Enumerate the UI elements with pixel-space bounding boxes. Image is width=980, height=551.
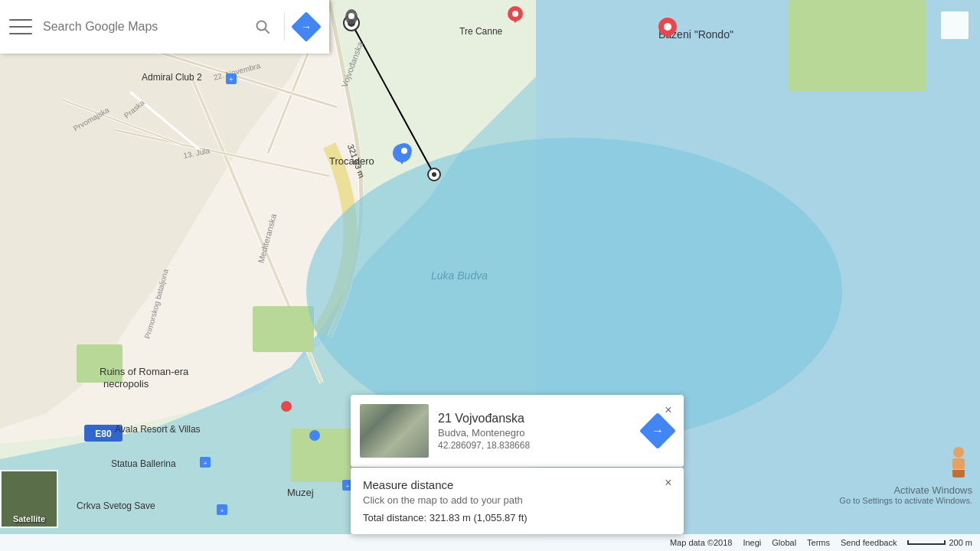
svg-point-55 bbox=[512, 11, 518, 17]
svg-text:Crkva Svetog Save: Crkva Svetog Save bbox=[77, 500, 155, 511]
svg-rect-15 bbox=[253, 306, 314, 352]
svg-line-72 bbox=[265, 29, 269, 33]
inegi-label[interactable]: Inegi bbox=[743, 538, 761, 547]
svg-text:Avala Resort & Villas: Avala Resort & Villas bbox=[115, 424, 201, 435]
scale-line bbox=[907, 540, 946, 545]
search-input[interactable] bbox=[43, 20, 249, 34]
svg-rect-64 bbox=[281, 401, 292, 412]
measure-title: Measure distance bbox=[363, 478, 671, 491]
satellite-toggle-inner: Satellite bbox=[2, 471, 57, 527]
measure-subtitle: Click on the map to add to your path bbox=[363, 494, 671, 506]
measure-panel: Measure distance Click on the map to add… bbox=[351, 468, 684, 534]
location-info: 21 Vojvođanska Budva, Montenegro 42.2860… bbox=[438, 412, 632, 451]
svg-text:Luka Budva: Luka Budva bbox=[431, 269, 488, 282]
svg-text:+: + bbox=[204, 460, 207, 467]
svg-text:Tre Canne: Tre Canne bbox=[459, 26, 503, 37]
svg-text:necropolis: necropolis bbox=[103, 378, 149, 390]
search-header: → bbox=[0, 0, 329, 54]
location-city: Budva, Montenegro bbox=[438, 427, 632, 439]
scale-label: 200 m bbox=[949, 538, 972, 547]
svg-rect-67 bbox=[309, 430, 320, 441]
bottom-bar: Map data ©2018 Inegi Global Terms Send f… bbox=[0, 534, 980, 551]
satellite-toggle[interactable]: Satellite bbox=[0, 470, 58, 528]
directions-button[interactable]: → bbox=[292, 13, 320, 41]
location-panel-close-button[interactable]: × bbox=[659, 401, 678, 419]
location-thumbnail bbox=[360, 404, 429, 458]
apps-grid-button[interactable] bbox=[941, 11, 969, 39]
terms-label[interactable]: Terms bbox=[807, 538, 830, 547]
search-divider bbox=[284, 13, 285, 41]
location-name: 21 Vojvođanska bbox=[438, 412, 632, 425]
search-button[interactable] bbox=[249, 13, 276, 41]
svg-text:Statua Ballerina: Statua Ballerina bbox=[111, 458, 176, 469]
svg-rect-14 bbox=[789, 0, 926, 92]
menu-icon[interactable] bbox=[9, 19, 32, 34]
svg-text:+: + bbox=[346, 483, 350, 490]
svg-text:Muzej: Muzej bbox=[287, 487, 314, 498]
svg-point-26 bbox=[348, 13, 354, 19]
svg-point-28 bbox=[432, 172, 436, 177]
pegman-figure bbox=[949, 447, 968, 474]
svg-point-70 bbox=[664, 23, 671, 31]
map-data-label: Map data ©2018 bbox=[670, 538, 733, 547]
pegman-head bbox=[953, 447, 964, 458]
location-panel: 21 Vojvođanska Budva, Montenegro 42.2860… bbox=[351, 395, 684, 467]
svg-text:E80: E80 bbox=[95, 429, 112, 439]
svg-text:Ruins of Roman-era: Ruins of Roman-era bbox=[100, 366, 189, 377]
svg-text:+: + bbox=[229, 76, 233, 83]
global-label[interactable]: Global bbox=[772, 538, 796, 547]
scale-bar: 200 m bbox=[907, 538, 972, 547]
pegman-legs bbox=[952, 470, 965, 478]
pegman[interactable] bbox=[945, 447, 972, 474]
svg-text:Admiral Club 2: Admiral Club 2 bbox=[142, 72, 202, 83]
satellite-label: Satellite bbox=[13, 514, 45, 523]
location-coords: 42.286097, 18.838668 bbox=[438, 440, 632, 451]
svg-text:Trocadero: Trocadero bbox=[329, 155, 374, 167]
measure-distance: Total distance: 321.83 m (1,055.87 ft) bbox=[363, 512, 671, 523]
location-image bbox=[360, 404, 429, 458]
pegman-body bbox=[952, 458, 965, 469]
feedback-label[interactable]: Send feedback bbox=[841, 538, 897, 547]
svg-point-58 bbox=[401, 148, 407, 154]
svg-text:+: + bbox=[220, 507, 224, 514]
measure-panel-close-button[interactable]: × bbox=[659, 474, 678, 492]
